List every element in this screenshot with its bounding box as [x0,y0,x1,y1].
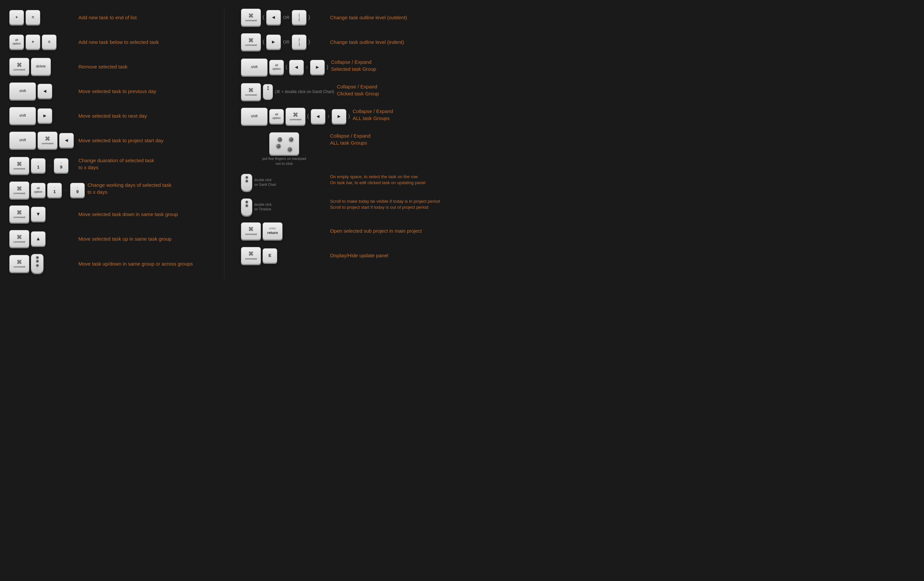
key-alt-option: altoption [9,35,24,49]
keys-collapse-selected: shift altoption ( ◄ / ► ) [241,58,328,76]
desc-working-days: Change working days of selected task to … [87,182,221,195]
key-cmd-remove: ⌘ command [9,58,29,75]
keys-next-day: shift ► [9,107,76,124]
desc-remove: Remove selected task [78,63,221,70]
desc-indent: Change task outline level (indent) [330,38,453,46]
keys-move-mouse: ⌘ command [9,254,76,273]
keys-indent: ⌘ command ( ► OR } ] ) [241,33,327,51]
desc-start-day: Move selected task to project start day [78,137,221,144]
mouse-dot-dt-1 [246,201,248,203]
desc-prev-day: Move selected task to previous day [78,88,221,95]
key-alt-ca: altoption [269,109,284,124]
keys-collapse-all: shift altoption ⌘ command ( ◄ / ► ) [241,108,350,125]
key-cmd-outdent: ⌘ command [241,9,261,26]
shortcut-working-days: ⌘ command altoption ! 1 ··· ( 9 Change w… [9,180,221,199]
key-9-wdays: ( 9 [70,183,85,197]
mouse-dbl-timeline [241,198,252,216]
shortcut-move-up: ⌘ command ▲ Move selected task up in sam… [9,229,221,248]
shortcut-trackpad: put five fingers on trackpadnot to click… [241,131,453,167]
key-cmd-sub: ⌘ command [241,222,261,239]
key-cmd-dur: ⌘ command [9,157,29,174]
desc-outdent: Change task outline level (outdent) [330,14,453,21]
key-arrow-left-cs: ◄ [289,60,304,74]
keys-trackpad: put five fingers on trackpadnot to click [241,132,327,167]
keys-open-sub: ⌘ command enter return [241,222,327,239]
or-outdent: OR [283,15,290,20]
desc-add-end: Add new task to end of list [78,14,221,21]
key-cmd-up: ⌘ command [9,230,29,247]
dots-dur: ··· [47,163,52,168]
dbl-timeline-label: double clickon Timeline [254,202,272,212]
keys-display-panel: ⌘ command E [241,247,327,264]
key-cmd-down: ⌘ command [9,205,29,223]
key-brace-indent: } ] [292,35,307,49]
key-shift-start: shift [9,132,36,149]
shortcut-start-day: shift ⌘ command ◄ Move selected task to … [9,131,221,150]
key-alt-wdays: altoption [31,183,46,197]
keys-add-end: + = [9,10,76,25]
keys-move-down: ⌘ command ▼ [9,205,76,223]
desc-collapse-clicked: Collapse / Expand Clicked task Group [337,83,453,97]
dots-wdays: ··· [63,188,68,192]
trackpad-icon [269,132,299,155]
key-cmd-wdays: ⌘ command [9,182,29,199]
shortcut-dbl-gantt: double clickon Gantt Chart On empty spac… [241,173,453,191]
left-section: + = Add new task to end of list altoptio… [9,8,224,279]
key-e-panel: E [262,248,277,263]
desc-collapse-all: Collapse / Expand ALL task Groups [353,108,453,122]
key-arrow-left2: ◄ [59,133,74,148]
key-equals2: = [42,35,56,49]
mouse-dot-1 [36,256,38,259]
desc-trackpad: Collapse / Expand ALL task Groups [330,132,453,146]
desc-dbl-timeline: Scroll to make today be visible if today… [330,198,453,210]
trackpad-dot-4 [288,147,292,151]
desc-move-mouse: Move task up/down in same group or acros… [78,260,221,267]
extra-text-cc: (⌘ + double click on Gantt Chart) [275,89,334,94]
shortcut-prev-day: shift ◄ Move selected task to previous d… [9,82,221,101]
shortcuts-layout: + = Add new task to end of list altoptio… [9,8,453,279]
key-arrow-right-ca: ► [332,109,346,124]
shortcut-open-sub: ⌘ command enter return Open selected sub… [241,222,453,240]
key-cmd-cc: ⌘ command [241,83,261,101]
key-shift-next: shift [9,107,36,124]
desc-display-panel: Display/Hide update panel [330,252,453,259]
key-up-arrow: ▲ [31,231,46,246]
or-indent: OR [283,40,290,45]
mouse-dot-gantt-1 [267,86,269,88]
shortcut-collapse-clicked: ⌘ command (⌘ + double click on Gantt Cha… [241,82,453,101]
key-cmd-panel: ⌘ command [241,247,261,264]
key-cmd-start: ⌘ command [38,132,58,149]
mouse-dot-2 [36,260,38,262]
trackpad-dots [278,137,290,150]
key-plus: + [9,10,24,25]
dbl-gantt-label: double clickon Gantt Chart [254,178,276,187]
key-arrow-right-indent: ► [266,35,281,49]
keys-prev-day: shift ◄ [9,83,76,100]
keys-dbl-timeline: double clickon Timeline [241,198,327,216]
key-down-arrow: ▼ [31,207,46,221]
keys-working-days: ⌘ command altoption ! 1 ··· ( 9 [9,182,85,199]
keys-remove: ⌘ command delete [9,58,76,75]
key-brace-outdent: { [ [292,10,307,25]
shortcut-collapse-all: shift altoption ⌘ command ( ◄ / ► ) Coll… [241,106,453,125]
key-1-wdays: ! 1 [47,183,62,197]
mouse-dot-gantt-2 [267,88,269,90]
keys-add-below: altoption + = [9,35,76,49]
shortcut-remove: ⌘ command delete Remove selected task [9,57,221,76]
keys-move-up: ⌘ command ▲ [9,230,76,247]
trackpad-dot-3 [277,144,280,148]
key-shift-cs: shift [241,58,267,76]
keys-duration: ⌘ command ! 1 ··· ( 9 [9,157,76,174]
shortcut-dbl-timeline: double clickon Timeline Scroll to make t… [241,197,453,216]
desc-next-day: Move selected task to next day [78,112,221,119]
shortcut-next-day: shift ► Move selected task to next day [9,106,221,125]
key-shift-prev: shift [9,83,36,100]
shortcut-outdent: ⌘ command ( ◄ OR { [ ) Change task outli… [241,8,453,26]
desc-open-sub: Open selected sub project in main projec… [330,227,453,234]
trackpad-dot-1 [278,137,282,141]
key-alt-cs: altoption [269,60,284,74]
desc-dbl-gantt: On empty space, to select the task on th… [330,174,453,186]
shortcut-duration: ⌘ command ! 1 ··· ( 9 Change duaration o… [9,155,221,174]
desc-move-up: Move selected task up in same task group [78,235,221,242]
key-equals: = [26,10,40,25]
